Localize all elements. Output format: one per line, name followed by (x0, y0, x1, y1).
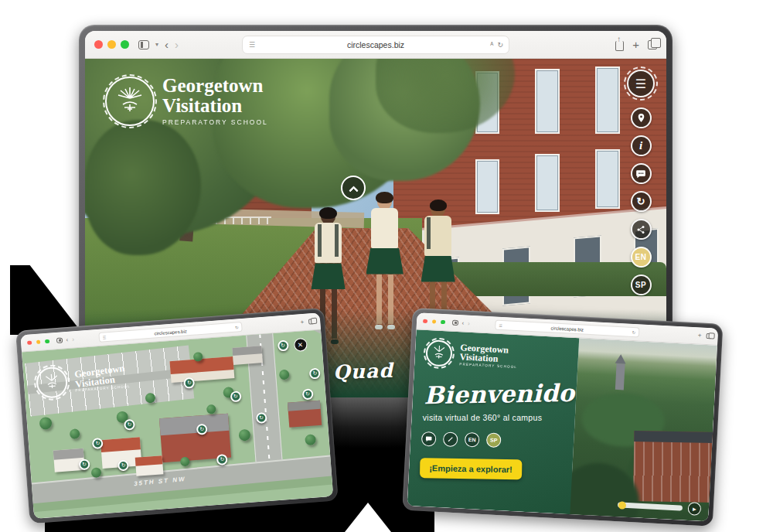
back-button[interactable]: ‹ (165, 39, 169, 50)
forward-button[interactable]: › (175, 39, 179, 50)
close-window-button[interactable] (94, 40, 103, 49)
building-window (595, 66, 620, 135)
school-seal-icon (425, 339, 453, 367)
move-forward-hotspot[interactable] (341, 176, 366, 200)
tour-stop-marker[interactable]: ↻ (79, 459, 90, 470)
map-tree (70, 428, 80, 439)
location-button[interactable] (631, 107, 652, 128)
traffic-lights[interactable] (27, 339, 49, 346)
reload-icon[interactable]: ↻ (497, 41, 503, 49)
zoom-window-button[interactable] (441, 320, 445, 325)
back-button[interactable]: ‹ (66, 336, 68, 343)
forward-button[interactable]: › (468, 320, 470, 326)
building-window (535, 69, 560, 134)
info-button[interactable]: i (631, 135, 652, 156)
comments-button[interactable] (421, 431, 436, 446)
browser-toolbar: ▾ ‹ › ⌂ ☰ circlescapes.biz ᴬ ↻ + (85, 31, 666, 59)
zoom-window-button[interactable] (121, 40, 129, 49)
comments-button[interactable] (631, 163, 652, 184)
welcome-heading: Bienvenido (424, 379, 565, 409)
building-window (595, 149, 620, 210)
new-tab-button[interactable]: + (698, 332, 702, 339)
tour-stop-marker[interactable]: ↻ (277, 340, 288, 352)
sidebar-icon[interactable] (451, 320, 458, 326)
sidebar-chevron-icon[interactable]: ▾ (155, 41, 158, 48)
building-window (535, 154, 560, 212)
menu-button[interactable]: ☰ (627, 70, 655, 97)
share-icon[interactable] (615, 41, 624, 51)
map-tree (279, 369, 290, 380)
tour-stop-marker[interactable]: ↻ (301, 388, 313, 400)
welcome-panel: Georgetown Visitation PREPARATORY SCHOOL… (407, 329, 579, 514)
map-tree (238, 429, 250, 442)
language-sp-button[interactable]: SP (631, 275, 652, 295)
tour-stop-marker[interactable]: ↻ (117, 459, 129, 471)
url-text: circlescapes.biz (551, 326, 584, 332)
tour-nav-column: ☰ i ↻ EN SP (627, 70, 655, 295)
logo-tagline: PREPARATORY SCHOOL (162, 118, 268, 126)
welcome-subheading: visita virtual de 360° al campus (423, 413, 564, 422)
new-tab-button[interactable]: + (632, 39, 639, 50)
minimize-window-button[interactable] (36, 339, 40, 344)
close-map-button[interactable]: × (293, 337, 307, 351)
slider-knob[interactable] (618, 501, 627, 510)
chat-bubble-icon (425, 435, 432, 442)
tour-stop-marker[interactable]: ↻ (309, 368, 321, 380)
share-tour-button[interactable] (631, 219, 652, 240)
reader-icon[interactable]: ☰ (249, 41, 255, 49)
reload-tour-button[interactable]: ↻ (631, 191, 652, 212)
welcome-screen: Georgetown Visitation PREPARATORY SCHOOL… (407, 329, 717, 521)
tour-stop-marker[interactable]: ↻ (124, 418, 135, 430)
pencil-icon (447, 436, 454, 443)
tour-stop-marker[interactable]: ↻ (216, 454, 228, 466)
campus-map[interactable]: 35TH ST NW ↻ ↻ ↻ ↻ ↻ (22, 329, 333, 518)
traffic-lights[interactable] (423, 319, 445, 324)
aerial-building (632, 431, 717, 503)
back-button[interactable]: ‹ (461, 320, 464, 326)
campus-aerial-photo (570, 338, 717, 521)
close-window-button[interactable] (423, 319, 427, 323)
tab-overview-icon[interactable] (648, 40, 657, 49)
reader-icon[interactable]: ☰ (103, 335, 107, 339)
school-seal-icon (105, 77, 155, 126)
reload-icon[interactable]: ↻ (235, 325, 239, 329)
cast-shadow-left (10, 265, 83, 335)
new-tab-button[interactable]: + (300, 319, 304, 325)
healy-tower (615, 363, 625, 390)
sidebar-icon[interactable] (138, 40, 149, 49)
language-sp-button[interactable]: SP (486, 432, 501, 447)
language-en-button[interactable]: EN (465, 432, 479, 447)
tour-stop-marker[interactable]: ↻ (184, 377, 196, 389)
map-browser-window: ‹ › ⌂ ☰ circlescapes.biz ↻ + 35TH ST NW (15, 308, 339, 523)
tour-stop-marker[interactable]: ↻ (230, 390, 241, 402)
pencil-button[interactable] (443, 431, 458, 446)
minimize-window-button[interactable] (107, 40, 116, 49)
tab-overview-icon[interactable] (706, 333, 711, 339)
close-window-button[interactable] (27, 340, 32, 345)
map-building (170, 356, 234, 383)
reader-icon[interactable]: ☰ (499, 322, 502, 327)
tab-overview-icon[interactable] (308, 319, 315, 325)
map-tree (180, 457, 190, 467)
chat-bubble-icon (635, 169, 646, 179)
location-pin-icon (636, 113, 646, 123)
school-seal-icon (35, 366, 68, 399)
minimize-window-button[interactable] (431, 319, 436, 324)
zoom-window-button[interactable] (45, 339, 49, 344)
translate-icon[interactable]: ᴬ (490, 41, 493, 49)
reload-icon[interactable]: ↻ (632, 329, 636, 334)
forward-button[interactable]: › (72, 336, 74, 343)
building-window (475, 159, 500, 214)
map-tree (90, 467, 101, 478)
map-building (135, 455, 164, 476)
school-logo: Georgetown Visitation PREPARATORY SCHOOL (105, 76, 268, 126)
traffic-lights[interactable] (94, 40, 129, 49)
sidebar-icon[interactable] (56, 338, 63, 344)
language-en-button[interactable]: EN (631, 247, 652, 268)
address-bar[interactable]: ☰ circlescapes.biz ᴬ ↻ (242, 36, 509, 54)
map-tree (305, 434, 316, 445)
start-exploring-button[interactable]: ¡Empieza a explorar! (420, 458, 522, 479)
url-text: circlescapes.biz (347, 40, 404, 49)
url-text: circlescapes.biz (154, 329, 187, 336)
map-building (232, 346, 263, 364)
